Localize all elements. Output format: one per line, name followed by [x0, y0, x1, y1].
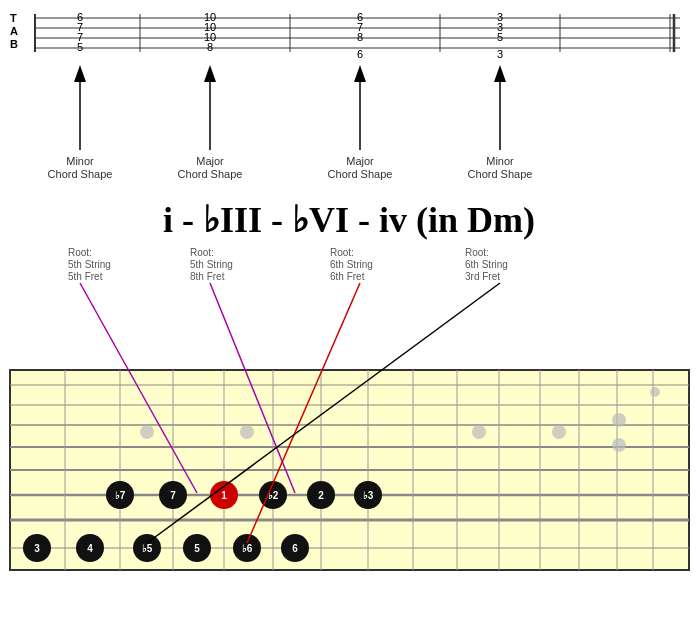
svg-text:3: 3	[497, 48, 503, 60]
svg-text:6th Fret: 6th Fret	[330, 271, 365, 282]
svg-text:8: 8	[207, 41, 213, 53]
svg-point-95	[259, 481, 287, 509]
svg-text:B: B	[10, 38, 18, 50]
svg-point-99	[354, 481, 382, 509]
svg-marker-35	[354, 65, 366, 82]
svg-point-87	[612, 438, 626, 452]
svg-text:4: 4	[87, 543, 93, 554]
svg-text:5: 5	[77, 41, 83, 53]
svg-marker-33	[204, 65, 216, 82]
svg-point-84	[472, 425, 486, 439]
svg-point-85	[552, 425, 566, 439]
svg-text:5th String: 5th String	[68, 259, 111, 270]
svg-text:5th String: 5th String	[190, 259, 233, 270]
svg-text:3rd Fret: 3rd Fret	[465, 271, 500, 282]
svg-point-105	[133, 534, 161, 562]
svg-text:♭3: ♭3	[363, 490, 374, 501]
svg-point-86	[612, 413, 626, 427]
svg-text:Chord Shape: Chord Shape	[178, 168, 243, 180]
svg-marker-31	[74, 65, 86, 82]
svg-text:8: 8	[357, 31, 363, 43]
svg-text:10: 10	[204, 21, 216, 33]
svg-text:Root:: Root:	[190, 247, 214, 258]
svg-text:Major: Major	[196, 155, 224, 167]
svg-text:7: 7	[77, 21, 83, 33]
svg-line-114	[210, 283, 295, 493]
svg-point-111	[281, 534, 309, 562]
svg-text:Chord Shape: Chord Shape	[468, 168, 533, 180]
svg-text:Minor: Minor	[66, 155, 94, 167]
svg-text:i  ‑  ♭III  ‑  ♭VI  ‑  iv  (in: i ‑ ♭III ‑ ♭VI ‑ iv (in Dm)	[163, 200, 535, 240]
svg-text:1: 1	[221, 490, 227, 501]
svg-line-116	[147, 283, 500, 543]
svg-text:3: 3	[497, 21, 503, 33]
svg-point-103	[76, 534, 104, 562]
svg-text:Minor: Minor	[486, 155, 514, 167]
svg-text:6: 6	[357, 48, 363, 60]
svg-text:♭6: ♭6	[242, 543, 253, 554]
svg-text:7: 7	[77, 31, 83, 43]
svg-text:Root:: Root:	[68, 247, 92, 258]
svg-text:3: 3	[34, 543, 40, 554]
svg-text:T: T	[10, 12, 17, 24]
svg-point-83	[240, 425, 254, 439]
svg-point-107	[183, 534, 211, 562]
svg-text:6th String: 6th String	[330, 259, 373, 270]
svg-point-82	[140, 425, 154, 439]
svg-rect-59	[10, 370, 689, 570]
svg-text:5: 5	[497, 31, 503, 43]
svg-line-113	[80, 283, 197, 493]
svg-point-91	[159, 481, 187, 509]
svg-text:6th String: 6th String	[465, 259, 508, 270]
svg-point-93	[210, 481, 238, 509]
svg-text:A: A	[10, 25, 18, 37]
svg-text:8th Fret: 8th Fret	[190, 271, 225, 282]
svg-point-97	[307, 481, 335, 509]
svg-text:Root:: Root:	[330, 247, 354, 258]
svg-text:7: 7	[357, 21, 363, 33]
svg-point-109	[233, 534, 261, 562]
svg-text:6: 6	[357, 11, 363, 23]
svg-text:10: 10	[204, 31, 216, 43]
svg-text:6: 6	[77, 11, 83, 23]
svg-text:5: 5	[194, 543, 200, 554]
svg-text:5th Fret: 5th Fret	[68, 271, 103, 282]
connector-overlay: T A B 6 7 7 5 10 10 10 8 6 7 8 6 3 3 5 3…	[0, 0, 699, 624]
svg-marker-37	[494, 65, 506, 82]
svg-point-88	[650, 387, 660, 397]
svg-text:Chord Shape: Chord Shape	[328, 168, 393, 180]
svg-line-115	[247, 283, 360, 543]
svg-text:10: 10	[204, 11, 216, 23]
svg-text:Root:: Root:	[465, 247, 489, 258]
svg-text:♭5: ♭5	[142, 543, 153, 554]
svg-text:♭2: ♭2	[268, 490, 279, 501]
svg-text:Chord Shape: Chord Shape	[48, 168, 113, 180]
svg-point-101	[23, 534, 51, 562]
svg-point-89	[106, 481, 134, 509]
svg-text:2: 2	[318, 490, 324, 501]
svg-text:6: 6	[292, 543, 298, 554]
svg-text:♭7: ♭7	[115, 490, 126, 501]
svg-text:7: 7	[170, 490, 176, 501]
svg-text:Major: Major	[346, 155, 374, 167]
svg-text:3: 3	[497, 11, 503, 23]
